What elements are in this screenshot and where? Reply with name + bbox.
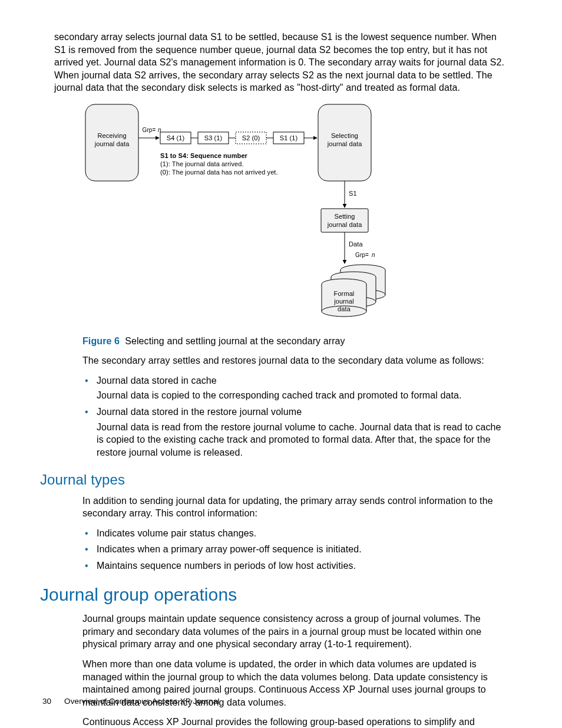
heading-journal-types: Journal types <box>40 470 508 489</box>
svg-text:Setting: Setting <box>335 213 355 220</box>
svg-text:Formal: Formal <box>334 290 355 297</box>
svg-rect-18 <box>321 209 368 232</box>
bullet-text: Maintains sequence numbers in periods of… <box>97 561 356 571</box>
list-item: Journal data stored in the restore journ… <box>82 406 508 459</box>
svg-text:journal: journal <box>333 298 354 305</box>
svg-text:n: n <box>372 252 375 258</box>
figure-label: Figure 6 <box>82 336 120 346</box>
legend-line-1: (1): The journal data arrived. <box>160 160 244 167</box>
bullet-lead: Journal data stored in cache <box>97 375 217 386</box>
data-label: Data <box>349 241 363 248</box>
journal-types-intro: In addition to sending journal data for … <box>82 495 508 520</box>
control-bullets: Indicates volume pair status changes. In… <box>82 527 508 572</box>
svg-text:journal data: journal data <box>327 221 362 228</box>
legend-title: S1 to S4: Sequence number <box>160 152 248 159</box>
bullet-lead: Journal data stored in the restore journ… <box>97 407 302 417</box>
figure-caption: Figure 6 Selecting and settling journal … <box>82 335 508 348</box>
legend-line-0: (0): The journal data has not arrived ye… <box>160 169 278 176</box>
svg-text:Grp=: Grp= <box>143 127 156 133</box>
queue-s4: S4 (1) <box>167 134 185 141</box>
page-number: 30 <box>42 697 51 706</box>
diagram-svg: Receiving journal data Selecting journal… <box>82 101 395 323</box>
svg-text:journal data: journal data <box>94 140 130 147</box>
restore-bullets: Journal data stored in cache Journal dat… <box>82 374 508 459</box>
footer-text: Overview of Continuous Access XP Journal <box>64 697 219 706</box>
list-item: Journal data stored in cache Journal dat… <box>82 374 508 402</box>
intro-paragraph: secondary array selects journal data S1 … <box>54 31 508 94</box>
bullet-text: Indicates when a primary array power-off… <box>97 544 362 554</box>
list-item: Indicates volume pair status changes. <box>82 527 508 540</box>
bullet-sub: Journal data is read from the restore jo… <box>97 421 508 459</box>
settles-intro: The secondary array settles and restores… <box>82 354 508 367</box>
queue-s1: S1 (1) <box>280 134 298 141</box>
heading-journal-group-ops: Journal group operations <box>40 583 508 607</box>
svg-text:data: data <box>338 305 351 312</box>
queue-s3: S3 (1) <box>204 134 223 141</box>
page-footer: 30 Overview of Continuous Access XP Jour… <box>42 696 219 707</box>
queue-s2: S2 (0) <box>242 134 260 141</box>
svg-text:Receiving: Receiving <box>97 132 126 139</box>
s1-label: S1 <box>349 190 357 197</box>
svg-text:Grp=: Grp= <box>355 252 369 258</box>
group-ops-p3: Continuous Access XP Journal provides th… <box>82 716 508 728</box>
figure-diagram: Receiving journal data Selecting journal… <box>82 101 508 327</box>
svg-text:journal data: journal data <box>327 140 362 147</box>
bullet-text: Indicates volume pair status changes. <box>97 528 256 538</box>
svg-text:Selecting: Selecting <box>331 132 358 139</box>
group-ops-p1: Journal groups maintain update sequence … <box>82 612 508 651</box>
figure-caption-text: Selecting and settling journal at the se… <box>125 336 345 346</box>
bullet-sub: Journal data is copied to the correspond… <box>97 389 508 402</box>
list-item: Indicates when a primary array power-off… <box>82 543 508 556</box>
list-item: Maintains sequence numbers in periods of… <box>82 559 508 572</box>
page: secondary array selects journal data S1 … <box>0 0 562 728</box>
